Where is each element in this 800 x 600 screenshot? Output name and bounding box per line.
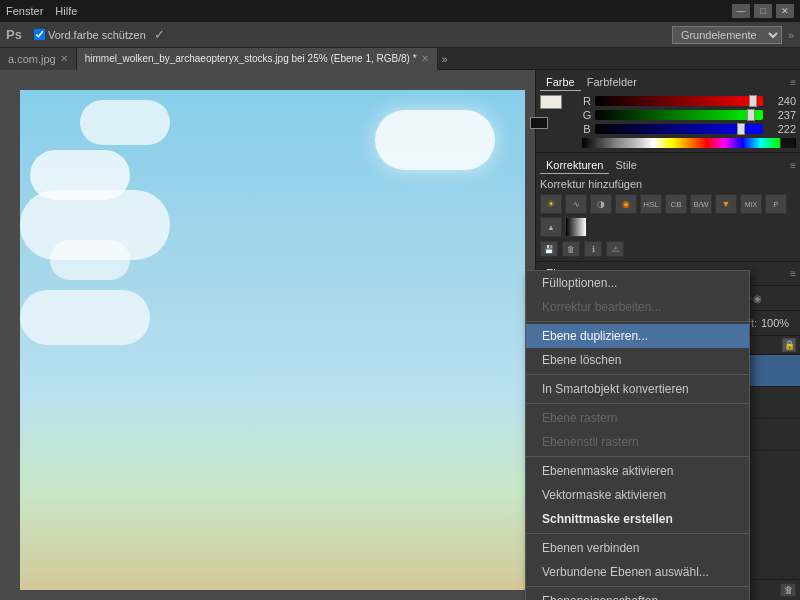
ctx-sep-4 xyxy=(526,456,749,457)
menu-bar: Fenster Hilfe xyxy=(6,5,77,17)
ctx-schnittmaske[interactable]: Schnittmaske erstellen xyxy=(526,507,749,531)
ctx-ebene-duplizieren[interactable]: Ebene duplizieren... xyxy=(526,324,749,348)
corrections-header: Korrekturen Stile ≡ xyxy=(540,157,796,174)
cloud-6 xyxy=(80,100,170,145)
posterize-icon[interactable]: P xyxy=(765,194,787,214)
layers-panel-menu[interactable]: ≡ xyxy=(790,268,796,279)
warning-icon[interactable]: ⚠ xyxy=(606,241,624,257)
app-logo: Ps xyxy=(6,27,22,42)
ctx-ebeneneigenschaften[interactable]: Ebeneneigenschaften... xyxy=(526,589,749,600)
delete-layer-icon[interactable]: 🗑 xyxy=(780,583,796,597)
corrections-panel-menu[interactable]: ≡ xyxy=(790,160,796,171)
curves-icon[interactable]: ∿ xyxy=(565,194,587,214)
minimize-button[interactable]: — xyxy=(732,4,750,18)
brightness-icon[interactable]: ☀ xyxy=(540,194,562,214)
r-label: R xyxy=(582,95,592,107)
ctx-sep-3 xyxy=(526,403,749,404)
vibrance-icon[interactable]: ◉ xyxy=(615,194,637,214)
corrections-icons: ☀ ∿ ◑ ◉ HSL CB B/W ▼ MIX P ▲ xyxy=(540,194,796,237)
menu-hilfe[interactable]: Hilfe xyxy=(55,5,77,17)
r-value: 240 xyxy=(766,95,796,107)
options-bar: Ps Vord.farbe schützen ✓ Grundelemente » xyxy=(0,22,800,48)
r-slider[interactable] xyxy=(595,96,763,106)
threshold-icon[interactable]: ▲ xyxy=(540,217,562,237)
save-icon[interactable]: 💾 xyxy=(540,241,558,257)
ctx-vektormaske[interactable]: Vektormaske aktivieren xyxy=(526,483,749,507)
rgb-sliders: R 240 G 237 B xyxy=(582,95,796,148)
color-gradient-bar[interactable] xyxy=(582,138,796,148)
menu-fenster[interactable]: Fenster xyxy=(6,5,43,17)
g-slider-row: G 237 xyxy=(582,109,796,121)
g-label: G xyxy=(582,109,592,121)
canvas-content xyxy=(20,90,525,590)
cloud-5 xyxy=(20,290,150,345)
ctx-ebenenstil-rastern: Ebenenstil rastern xyxy=(526,430,749,454)
tab-farbfelder[interactable]: Farbfelder xyxy=(581,74,643,91)
b-slider[interactable] xyxy=(595,124,763,134)
lock-all-icon[interactable]: 🔒 xyxy=(782,338,796,352)
foreground-protect-label[interactable]: Vord.farbe schützen xyxy=(34,29,146,41)
brush-icon: ✓ xyxy=(154,27,165,42)
collapse-icon[interactable]: » xyxy=(788,29,794,41)
window-controls: — □ ✕ xyxy=(732,4,794,18)
cloud-4 xyxy=(50,240,130,280)
title-bar: Fenster Hilfe — □ ✕ xyxy=(0,0,800,22)
close-button[interactable]: ✕ xyxy=(776,4,794,18)
corrections-subtitle: Korrektur hinzufügen xyxy=(540,178,796,190)
cloud-1 xyxy=(375,110,495,170)
canvas-image xyxy=(20,90,525,590)
ctx-smartobjekt[interactable]: In Smartobjekt konvertieren xyxy=(526,377,749,401)
foreground-protect-checkbox[interactable] xyxy=(34,29,45,40)
tab-active[interactable]: himmel_wolken_by_archaeopteryx_stocks.jp… xyxy=(77,48,438,70)
ctx-korrektur-bearbeiten: Korrektur bearbeiten... xyxy=(526,295,749,319)
ctx-ebene-löschen[interactable]: Ebene löschen xyxy=(526,348,749,372)
bw-icon[interactable]: B/W xyxy=(690,194,712,214)
context-menu: Fülloptionen... Korrektur bearbeiten... … xyxy=(525,270,750,600)
ctx-ebenen-verbinden[interactable]: Ebenen verbinden xyxy=(526,536,749,560)
g-slider[interactable] xyxy=(595,110,763,120)
tab-bar: a.com.jpg ✕ himmel_wolken_by_archaeopter… xyxy=(0,48,800,70)
exposure-icon[interactable]: ◑ xyxy=(590,194,612,214)
ctx-sep-6 xyxy=(526,586,749,587)
g-value: 237 xyxy=(766,109,796,121)
tab-close-inactive[interactable]: ✕ xyxy=(60,53,68,64)
ctx-sep-5 xyxy=(526,533,749,534)
color-panel-menu[interactable]: ≡ xyxy=(790,77,796,88)
tab-close-active[interactable]: ✕ xyxy=(421,53,429,64)
canvas-area xyxy=(0,70,535,600)
color-panel: Farbe Farbfelder ≡ R 240 xyxy=(536,70,800,153)
filter-toggle[interactable]: ◉ xyxy=(753,293,762,304)
tab-stile[interactable]: Stile xyxy=(609,157,642,174)
workspace-select[interactable]: Grundelemente xyxy=(672,26,782,44)
foreground-swatch[interactable] xyxy=(540,95,562,109)
info-icon[interactable]: ℹ xyxy=(584,241,602,257)
tab-farbe[interactable]: Farbe xyxy=(540,74,581,91)
b-label: B xyxy=(582,123,592,135)
background-swatch[interactable] xyxy=(530,117,548,129)
ctx-sep-1 xyxy=(526,321,749,322)
ctx-sep-2 xyxy=(526,374,749,375)
tab-korrekturen[interactable]: Korrekturen xyxy=(540,157,609,174)
delete-icon[interactable]: 🗑 xyxy=(562,241,580,257)
corrections-actions: 💾 🗑 ℹ ⚠ xyxy=(540,241,796,257)
top-right-controls: Grundelemente » xyxy=(672,26,794,44)
color-panel-tabs: Farbe Farbfelder ≡ xyxy=(540,74,796,91)
r-slider-row: R 240 xyxy=(582,95,796,107)
b-value: 222 xyxy=(766,123,796,135)
ctx-ebene-rastern: Ebene rastern xyxy=(526,406,749,430)
opacity-value[interactable]: 100% xyxy=(761,317,796,329)
ctx-fülloptionen[interactable]: Fülloptionen... xyxy=(526,271,749,295)
maximize-button[interactable]: □ xyxy=(754,4,772,18)
tab-inactive[interactable]: a.com.jpg ✕ xyxy=(0,48,77,70)
corrections-panel: Korrekturen Stile ≡ Korrektur hinzufügen… xyxy=(536,153,800,262)
ctx-verbundene-auswählen[interactable]: Verbundene Ebenen auswähl... xyxy=(526,560,749,584)
tab-overflow-arrow[interactable]: » xyxy=(438,53,452,65)
b-slider-row: B 222 xyxy=(582,123,796,135)
hsl-icon[interactable]: HSL xyxy=(640,194,662,214)
channelmix-icon[interactable]: MIX xyxy=(740,194,762,214)
ctx-ebenenmaske[interactable]: Ebenenmaske aktivieren xyxy=(526,459,749,483)
photofilter-icon[interactable]: ▼ xyxy=(715,194,737,214)
gradient-icon[interactable] xyxy=(565,217,587,237)
colorbalance-icon[interactable]: CB xyxy=(665,194,687,214)
